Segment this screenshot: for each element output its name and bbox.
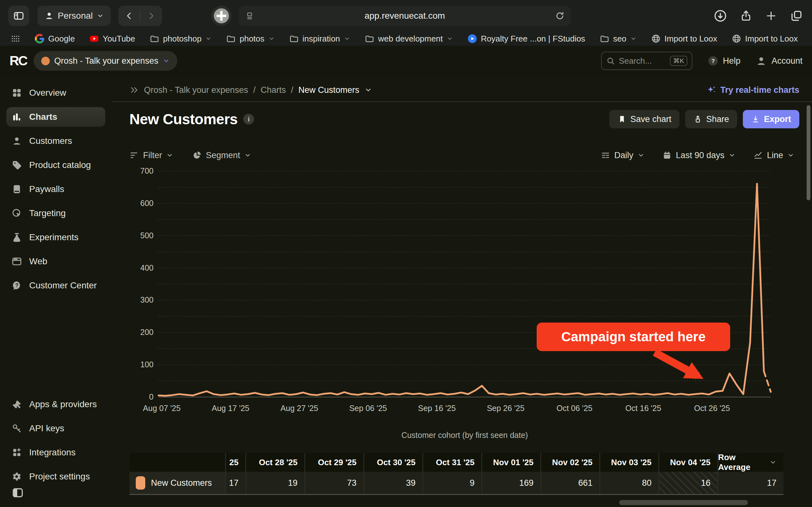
segment-dropdown[interactable]: Segment (192, 151, 251, 160)
folder-icon (150, 34, 159, 43)
profile-label: Personal (58, 11, 93, 21)
chart-type-dropdown[interactable]: Line (753, 151, 794, 160)
sidebar-item-api-keys[interactable]: API keys (6, 418, 105, 438)
project-switcher[interactable]: Qrosh - Talk your expenses (34, 51, 177, 71)
charts-icon (11, 112, 22, 122)
svg-text:?: ? (711, 58, 715, 64)
svg-text:500: 500 (140, 231, 154, 240)
date-range-dropdown[interactable]: Last 90 days (662, 151, 735, 160)
downloads-button[interactable] (714, 9, 727, 22)
bookmark-item[interactable]: Import to Loox (732, 34, 798, 44)
granularity-dropdown[interactable]: Daily (601, 151, 645, 160)
browser-chrome: Personal app.revenuecat.com GoogleYouTub… (0, 0, 812, 46)
breadcrumb-charts[interactable]: Charts (261, 85, 286, 95)
share-chart-button[interactable]: Share (685, 110, 737, 128)
table-column: Oct 28 '25 19 (246, 453, 305, 494)
tab-overview-button[interactable] (790, 9, 803, 22)
search-input[interactable]: Search... ⌘K (601, 52, 693, 70)
export-button[interactable]: Export (743, 110, 799, 128)
chart-settings: Daily Last 90 days Line (601, 151, 794, 160)
search-placeholder: Search... (619, 56, 666, 66)
table-column: Oct 31 '25 9 (422, 453, 481, 494)
table-cell: 9 (422, 472, 481, 494)
bookmark-item[interactable]: YouTube (90, 34, 135, 44)
sidebar-item-charts[interactable]: Charts (6, 107, 105, 127)
breadcrumb-project[interactable]: Qrosh - Talk your expenses (144, 85, 248, 95)
reload-button[interactable] (555, 11, 565, 20)
sparkle-icon (706, 85, 716, 95)
breadcrumb: Qrosh - Talk your expenses / Charts / Ne… (130, 82, 799, 98)
product-catalog-icon (11, 160, 22, 170)
table-column-header: Oct 29 '25 (305, 453, 363, 472)
sidebar-item-integrations[interactable]: Integrations (6, 443, 105, 462)
forward-button[interactable] (141, 11, 162, 20)
bookmark-item[interactable]: Google (35, 34, 75, 44)
breadcrumb-current[interactable]: New Customers (299, 85, 359, 95)
folder-icon (600, 34, 609, 43)
table-cell: 17 (225, 472, 246, 494)
sidebar-collapse-button[interactable] (11, 487, 24, 499)
globe-icon (651, 34, 661, 43)
apps-providers-icon (11, 399, 22, 410)
bookmark-item[interactable]: web development (365, 34, 453, 44)
extension-button[interactable] (211, 6, 232, 26)
svg-text:600: 600 (140, 199, 154, 208)
bookmark-item[interactable] (11, 34, 20, 43)
revenuecat-logo[interactable]: RC (9, 53, 34, 68)
sidebar-item-customers[interactable]: Customers (6, 131, 105, 151)
table-column: 25 17 (225, 453, 246, 494)
realtime-charts-link[interactable]: Try real-time charts (706, 85, 799, 95)
filter-dropdown[interactable]: Filter (130, 151, 173, 160)
help-button[interactable]: ? Help (708, 55, 741, 66)
bookmark-item[interactable]: photos (226, 34, 274, 44)
sidebar-item-web[interactable]: Web (6, 251, 105, 271)
svg-text:Aug 27 '25: Aug 27 '25 (281, 404, 318, 412)
svg-text:Oct 26 '25: Oct 26 '25 (694, 404, 730, 412)
new-tab-button[interactable] (765, 10, 777, 22)
chevron-down-icon (344, 36, 350, 42)
bookmark-item[interactable]: Import to Loox (651, 34, 717, 44)
sidebar-item-customer-center[interactable]: ?Customer Center (6, 276, 105, 295)
bookmark-item[interactable]: photoshop (150, 34, 212, 44)
sidebar-item-label: Overview (29, 88, 66, 98)
header-divider (112, 101, 812, 102)
table-column-header: Nov 04 '25 (658, 453, 717, 472)
bookmark-label: seo (613, 34, 626, 44)
sidebar-item-apps-providers[interactable]: Apps & providers (6, 395, 105, 414)
share-button[interactable] (740, 9, 752, 22)
svg-text:700: 700 (140, 166, 154, 175)
table-column-header[interactable]: Row Average (717, 453, 783, 472)
svg-text:Sep 06 '25: Sep 06 '25 (349, 404, 387, 412)
bookmark-item[interactable]: seo (600, 34, 637, 44)
sidebar-item-paywalls[interactable]: Paywalls (6, 179, 105, 199)
back-button[interactable] (118, 11, 140, 20)
sidebar-toggle-button[interactable] (8, 6, 29, 26)
web-icon (11, 256, 22, 267)
svg-text:?: ? (15, 283, 18, 288)
realtime-charts-label: Try real-time charts (720, 85, 799, 95)
table-cell: 80 (600, 472, 658, 494)
save-chart-button[interactable]: Save chart (609, 110, 679, 128)
sidebar-item-overview[interactable]: Overview (6, 83, 105, 103)
profile-button[interactable]: Personal (38, 6, 111, 26)
help-label: Help (723, 56, 741, 66)
svg-text:400: 400 (140, 263, 154, 272)
sidebar-item-label: Customers (29, 136, 72, 146)
chevron-down-icon[interactable] (364, 86, 372, 94)
breadcrumb-separator: / (253, 85, 256, 95)
bookmark-item[interactable]: Royalty Free ...on | FStudios (467, 34, 585, 44)
horizontal-scrollbar[interactable] (619, 500, 748, 505)
sidebar-item-experiments[interactable]: Experiments (6, 228, 105, 247)
url-bar[interactable]: app.revenuecat.com (239, 6, 571, 26)
sidebar-item-targeting[interactable]: Targeting (6, 204, 105, 223)
bookmark-label: Import to Loox (745, 34, 798, 44)
bookmark-item[interactable]: inspiration (289, 34, 351, 44)
sidebar-item-label: Web (29, 257, 47, 267)
vertical-scrollbar[interactable] (807, 105, 810, 200)
integrations-icon (11, 447, 22, 458)
account-button[interactable]: Account (756, 55, 803, 66)
series-label: New Customers (151, 478, 212, 488)
sidebar-item-product-catalog[interactable]: Product catalog (6, 155, 105, 175)
sidebar-item-project-settings[interactable]: Project settings (6, 467, 105, 487)
info-icon[interactable]: i (243, 114, 254, 124)
